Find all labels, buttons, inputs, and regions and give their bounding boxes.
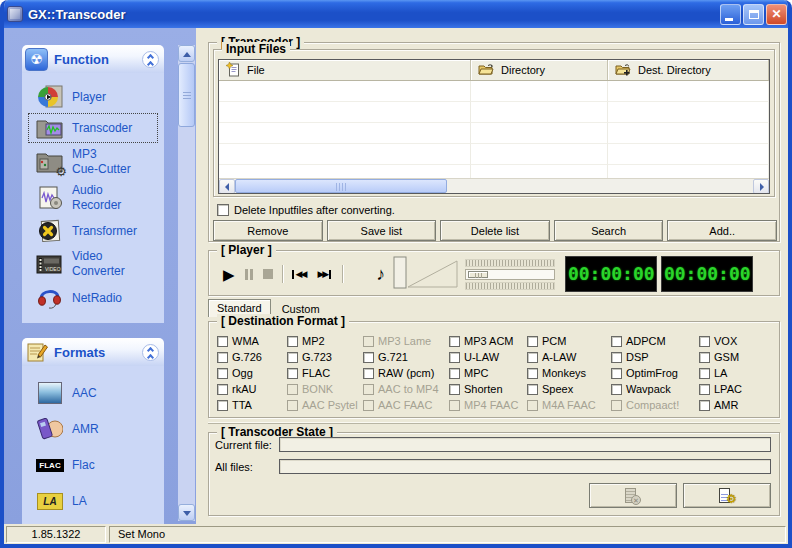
checkbox[interactable] — [699, 384, 710, 395]
save-list-button[interactable]: Save list — [327, 220, 437, 241]
format-option-mpc[interactable]: MPC — [449, 367, 527, 379]
format-option-tta[interactable]: TTA — [217, 399, 287, 411]
checkbox[interactable] — [287, 352, 298, 363]
checkbox[interactable] — [217, 400, 228, 411]
seek-slider[interactable] — [465, 259, 555, 290]
checkbox[interactable] — [611, 336, 622, 347]
column-header-file[interactable]: File — [219, 60, 471, 80]
format-option-g-723[interactable]: G.723 — [287, 351, 363, 363]
format-option-mp2[interactable]: MP2 — [287, 335, 363, 347]
checkbox[interactable] — [449, 368, 460, 379]
format-option-dsp[interactable]: DSP — [611, 351, 699, 363]
add-button[interactable]: Add.. — [667, 220, 777, 241]
scrollbar-thumb[interactable] — [235, 179, 447, 193]
format-option-flac[interactable]: FLAC — [287, 367, 363, 379]
scroll-up-button[interactable] — [178, 45, 195, 62]
delete-list-button[interactable]: Delete list — [440, 220, 550, 241]
scrollbar-thumb[interactable] — [178, 63, 195, 127]
checkbox[interactable] — [217, 204, 229, 216]
checkbox[interactable] — [527, 384, 538, 395]
checkbox[interactable] — [699, 336, 710, 347]
delete-inputfiles-checkbox[interactable]: Delete Inputfiles after converting. — [217, 204, 395, 216]
checkbox[interactable] — [217, 336, 228, 347]
volume-slider[interactable] — [393, 256, 459, 292]
checkbox[interactable] — [449, 384, 460, 395]
scrollbar-track[interactable] — [447, 179, 753, 194]
sidebar-item-la[interactable]: LA LA — [22, 483, 164, 519]
format-option-monkeys[interactable]: Monkeys — [527, 367, 611, 379]
close-button[interactable]: ✕ — [766, 4, 787, 25]
format-option-vox[interactable]: VOX — [699, 335, 777, 347]
table-row[interactable] — [219, 144, 769, 165]
scroll-down-button[interactable] — [178, 504, 195, 521]
checkbox[interactable] — [217, 384, 228, 395]
checkbox[interactable] — [699, 352, 710, 363]
checkbox[interactable] — [449, 352, 460, 363]
remove-button[interactable]: Remove — [213, 220, 323, 241]
format-option-wavpack[interactable]: Wavpack — [611, 383, 699, 395]
format-option-shorten[interactable]: Shorten — [449, 383, 527, 395]
format-option-u-law[interactable]: U-LAW — [449, 351, 527, 363]
checkbox[interactable] — [527, 336, 538, 347]
next-button[interactable]: ▶▶ — [315, 269, 331, 279]
checkbox[interactable] — [611, 384, 622, 395]
checkbox[interactable] — [611, 368, 622, 379]
format-option-wma[interactable]: WMA — [217, 335, 287, 347]
start-transcode-button[interactable]: ⚙ — [683, 483, 771, 508]
sidebar-item-player[interactable]: Player — [22, 82, 164, 112]
sidebar-item-netradio[interactable]: NetRadio — [22, 282, 164, 314]
checkbox[interactable] — [699, 400, 710, 411]
checkbox[interactable] — [363, 368, 374, 379]
table-row[interactable] — [219, 123, 769, 144]
format-option-amr[interactable]: AMR — [699, 399, 777, 411]
checkbox[interactable] — [217, 368, 228, 379]
checkbox[interactable] — [527, 352, 538, 363]
format-option-gsm[interactable]: GSM — [699, 351, 777, 363]
play-button[interactable]: ▶ — [223, 267, 235, 282]
format-option-rkau[interactable]: rkAU — [217, 383, 287, 395]
sidebar-item-audio-recorder[interactable]: Audio Recorder — [22, 180, 164, 216]
format-option-pcm[interactable]: PCM — [527, 335, 611, 347]
sidebar-item-amr[interactable]: AMR — [22, 411, 164, 447]
format-option-mp3-acm[interactable]: MP3 ACM — [449, 335, 527, 347]
collapse-chevron-icon[interactable] — [142, 344, 159, 361]
table-row[interactable] — [219, 165, 769, 178]
table-body[interactable] — [219, 81, 769, 178]
checkbox[interactable] — [287, 336, 298, 347]
format-option-lpac[interactable]: LPAC — [699, 383, 777, 395]
sidebar-item-aac[interactable]: AAC — [22, 375, 164, 411]
search-button[interactable]: Search — [554, 220, 664, 241]
function-panel-header[interactable]: ☢ Function — [22, 45, 164, 73]
column-header-dest-directory[interactable]: Dest. Directory — [608, 60, 769, 80]
column-header-directory[interactable]: Directory — [471, 60, 608, 80]
checkbox[interactable] — [363, 352, 374, 363]
sidebar-item-mp3-cue-cutter[interactable]: ⚙ MP3 Cue-Cutter — [22, 144, 164, 180]
checkbox[interactable] — [449, 336, 460, 347]
checkbox[interactable] — [611, 352, 622, 363]
minimize-button[interactable] — [720, 4, 741, 25]
format-option-adpcm[interactable]: ADPCM — [611, 335, 699, 347]
previous-button[interactable]: ◀◀ — [292, 269, 308, 279]
checkbox[interactable] — [527, 368, 538, 379]
table-row[interactable] — [219, 81, 769, 102]
sidebar-scrollbar[interactable] — [178, 45, 195, 521]
scroll-right-button[interactable] — [753, 179, 769, 194]
sidebar-item-transcoder[interactable]: Transcoder — [28, 113, 158, 143]
format-option-g-721[interactable]: G.721 — [363, 351, 449, 363]
format-option-g-726[interactable]: G.726 — [217, 351, 287, 363]
sidebar-item-flac[interactable]: FLAC Flac — [22, 447, 164, 483]
format-option-ogg[interactable]: Ogg — [217, 367, 287, 379]
format-option-la[interactable]: LA — [699, 367, 777, 379]
format-option-speex[interactable]: Speex — [527, 383, 611, 395]
collapse-chevron-icon[interactable] — [142, 51, 159, 68]
format-option-a-law[interactable]: A-LAW — [527, 351, 611, 363]
maximize-button[interactable] — [743, 4, 764, 25]
table-row[interactable] — [219, 102, 769, 123]
scroll-left-button[interactable] — [219, 179, 235, 194]
checkbox[interactable] — [287, 368, 298, 379]
format-option-raw-pcm-[interactable]: RAW (pcm) — [363, 367, 449, 379]
formats-panel-header[interactable]: Formats — [22, 338, 164, 366]
slider-track[interactable] — [465, 269, 555, 280]
table-horizontal-scrollbar[interactable] — [219, 178, 769, 194]
checkbox[interactable] — [699, 368, 710, 379]
